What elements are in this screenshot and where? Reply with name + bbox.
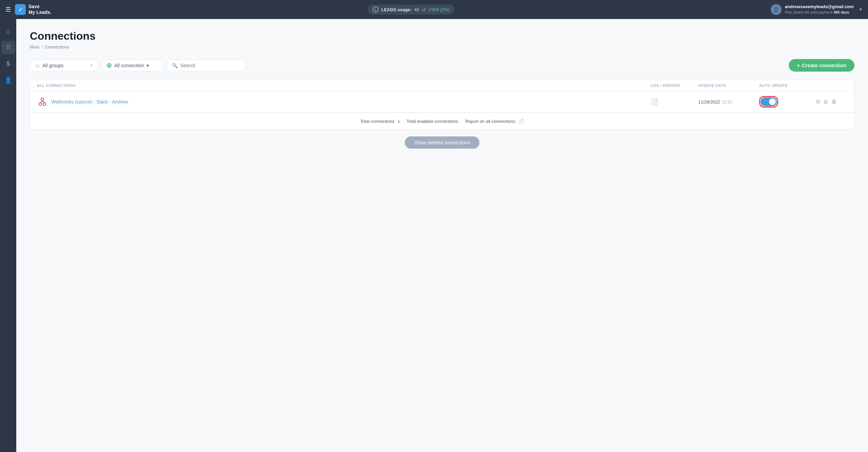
hamburger-menu-icon[interactable]: ☰: [5, 6, 11, 13]
breadcrumb: Main / Connections: [30, 44, 854, 50]
action-icons: ⧉ ⚙ 🗑: [816, 99, 847, 105]
sidebar: ⌂ ⠿ $ 👤: [0, 19, 16, 452]
report-label: Report on all connections:: [465, 119, 516, 124]
table-header: ALL CONNECTIONS LOG / ERRORS UPDATE DATE…: [30, 80, 854, 91]
update-date: 11/28/2022 12:20: [698, 99, 732, 105]
sidebar-item-account[interactable]: 👤: [1, 73, 15, 87]
logo-area: ✓ Save My Leads.: [15, 4, 52, 15]
chevron-down-icon: ▼: [859, 7, 863, 12]
page-title: Connections: [30, 30, 854, 42]
sidebar-item-billing[interactable]: $: [1, 57, 15, 71]
chevron-down-icon: ▾: [146, 63, 149, 68]
auto-update-toggle[interactable]: [761, 97, 777, 106]
total-connections-value: 1: [398, 119, 400, 124]
total-enabled-label: Total enabled connections:: [407, 119, 459, 124]
leads-used: 42: [414, 7, 419, 12]
search-icon: 🔍: [172, 63, 178, 68]
table-row: Webhooks (source) - Slack - Andrew 📄 11/…: [30, 91, 854, 113]
connection-label: All connection: [114, 63, 144, 68]
user-plan: Plan |Start| left until payment 385 days: [785, 10, 854, 15]
avatar: 👤: [771, 4, 782, 15]
logo-text: Save My Leads.: [28, 4, 52, 15]
header-all-connections: ALL CONNECTIONS: [37, 83, 651, 88]
report-icon[interactable]: 📄: [518, 118, 524, 124]
table-footer: Total connections: 1 Total enabled conne…: [30, 113, 854, 129]
auto-update-toggle-highlight: [759, 96, 778, 108]
search-input[interactable]: [180, 63, 240, 68]
logo-icon: ✓: [15, 4, 26, 15]
top-nav: ☰ ✓ Save My Leads. i LEADS usage: 42 of …: [0, 0, 868, 19]
chevron-down-icon: ▾: [91, 63, 93, 68]
info-icon: i: [373, 6, 379, 13]
svg-point-0: [39, 103, 42, 106]
status-dot-icon: [107, 63, 112, 68]
groups-dropdown[interactable]: 🗂 All groups ▾: [30, 60, 98, 71]
groups-label: All groups: [42, 63, 88, 68]
folder-icon: 🗂: [35, 63, 40, 68]
user-email: andrewsavemyleads@gmail.com: [785, 4, 854, 10]
plus-icon: +: [797, 62, 800, 68]
connection-name-cell: Webhooks (source) - Slack - Andrew: [37, 96, 651, 107]
user-area[interactable]: 👤 andrewsavemyleads@gmail.com Plan |Star…: [771, 4, 863, 15]
svg-point-1: [43, 103, 46, 106]
connection-link[interactable]: Webhooks (source) - Slack - Andrew: [51, 99, 128, 105]
header-auto-update: AUTO UPDATE: [759, 83, 813, 88]
header-log-errors: LOG / ERRORS: [651, 83, 698, 88]
log-cell: 📄: [651, 98, 698, 106]
leads-usage-badge: i LEADS usage: 42 of 2'000 (2%): [368, 4, 454, 15]
toggle-cell: [759, 96, 813, 108]
total-connections-label: Total connections:: [360, 119, 395, 124]
sidebar-item-connections[interactable]: ⠿: [1, 41, 15, 54]
update-date-cell: 11/28/2022 12:20: [698, 99, 759, 105]
sidebar-item-home[interactable]: ⌂: [1, 24, 15, 38]
main-content: Connections Main / Connections 🗂 All gro…: [16, 19, 868, 452]
delete-icon[interactable]: 🗑: [831, 99, 837, 105]
show-deleted-section: Show deleted connections: [30, 136, 854, 149]
connections-table: ALL CONNECTIONS LOG / ERRORS UPDATE DATE…: [30, 80, 854, 130]
webhook-icon: [37, 96, 48, 107]
leads-total: 2'000 (2%): [428, 7, 449, 12]
header-actions: [813, 83, 847, 88]
breadcrumb-main-link[interactable]: Main: [30, 44, 39, 50]
connection-status-dropdown[interactable]: All connection ▾: [102, 60, 163, 71]
settings-icon[interactable]: ⚙: [823, 99, 828, 105]
create-connection-button[interactable]: + Create connection: [789, 59, 854, 72]
svg-point-2: [41, 98, 44, 101]
copy-icon[interactable]: ⧉: [816, 99, 820, 105]
search-box[interactable]: 🔍: [167, 60, 245, 71]
breadcrumb-separator: /: [41, 44, 43, 50]
breadcrumb-current: Connections: [45, 44, 69, 50]
header-update-date: UPDATE DATE: [698, 83, 759, 88]
log-icon[interactable]: 📄: [651, 98, 658, 105]
filter-bar: 🗂 All groups ▾ All connection ▾ 🔍 + Crea…: [30, 59, 854, 72]
show-deleted-button[interactable]: Show deleted connections: [405, 136, 479, 149]
